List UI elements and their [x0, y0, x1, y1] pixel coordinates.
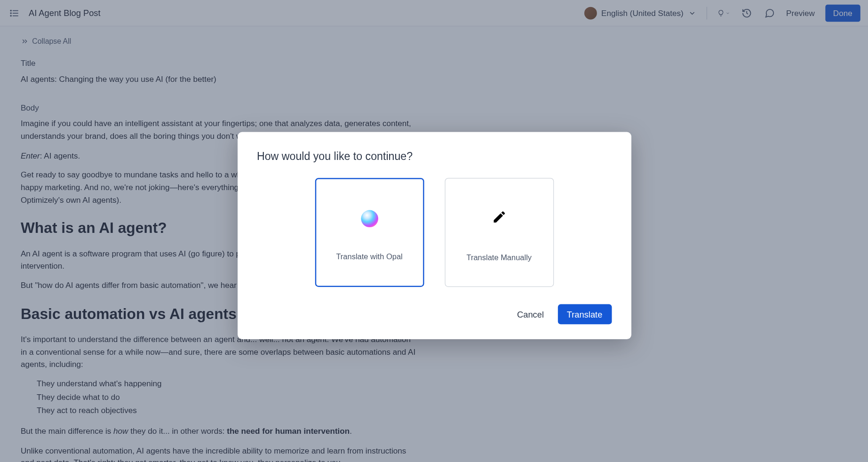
translate-modal: How would you like to continue? Translat…: [237, 132, 631, 339]
cancel-button[interactable]: Cancel: [511, 305, 549, 324]
option-translate-with-opal[interactable]: Translate with Opal: [315, 178, 424, 287]
option-label: Translate with Opal: [336, 252, 402, 261]
modal-overlay: How would you like to continue? Translat…: [0, 0, 868, 462]
pen-icon: [492, 209, 507, 228]
opal-orb-icon: [361, 210, 378, 227]
option-translate-manually[interactable]: Translate Manually: [445, 178, 554, 287]
option-label: Translate Manually: [467, 253, 532, 261]
modal-title: How would you like to continue?: [257, 151, 612, 163]
translate-button[interactable]: Translate: [557, 304, 612, 325]
